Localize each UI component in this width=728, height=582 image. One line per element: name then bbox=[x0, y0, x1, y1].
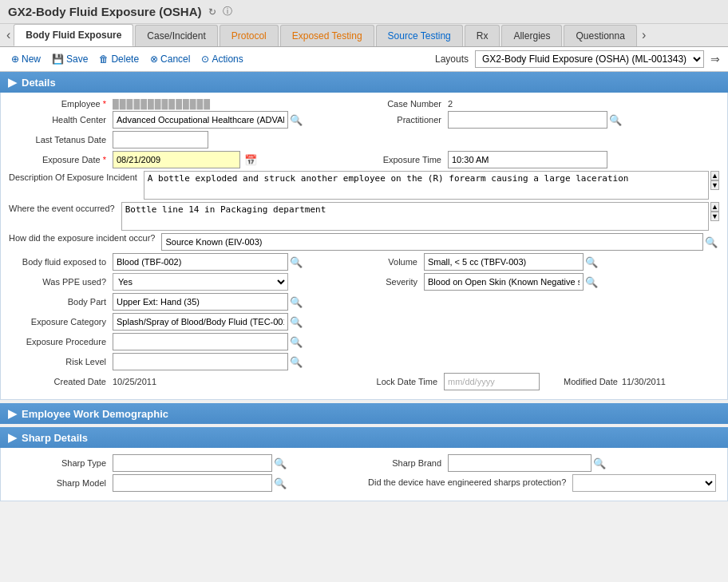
volume-search-button[interactable]: 🔍 bbox=[584, 256, 599, 268]
exposure-date-calendar-button[interactable]: 📅 bbox=[243, 154, 259, 166]
tab-protocol[interactable]: Protocol bbox=[220, 25, 279, 46]
employee-work-section-header[interactable]: ▶ Employee Work Demographic bbox=[0, 403, 728, 424]
last-tetanus-input[interactable] bbox=[113, 131, 208, 148]
employee-work-toggle-icon: ▶ bbox=[8, 407, 17, 420]
row-ppe-severity: Was PPE used? Yes No Severity 🔍 bbox=[9, 273, 719, 291]
sharp-brand-input[interactable] bbox=[448, 454, 592, 472]
save-button[interactable]: 💾 Save bbox=[49, 52, 91, 66]
risk-level-search-button[interactable]: 🔍 bbox=[288, 356, 304, 368]
where-event-scroll-down[interactable]: ▼ bbox=[710, 212, 719, 221]
refresh-icon[interactable]: ↻ bbox=[208, 6, 216, 18]
health-center-input[interactable] bbox=[113, 111, 288, 129]
volume-input[interactable] bbox=[424, 253, 584, 271]
new-button[interactable]: ⊕ New bbox=[8, 52, 44, 66]
where-event-scroll-arrows: ▲ ▼ bbox=[710, 202, 719, 231]
how-exposure-input[interactable] bbox=[161, 233, 703, 251]
details-toggle-icon: ▶ bbox=[8, 76, 17, 89]
row-employee-case: Employee * ██████████████ Case Number 2 bbox=[9, 99, 719, 109]
ppe-select[interactable]: Yes No bbox=[113, 273, 288, 291]
exposure-category-field-group: Exposure Category 🔍 bbox=[9, 313, 364, 331]
sharp-type-input[interactable] bbox=[113, 454, 272, 472]
tab-exposed-testing[interactable]: Exposed Testing bbox=[280, 25, 374, 46]
body-fluid-input[interactable] bbox=[113, 253, 288, 271]
case-number-value: 2 bbox=[448, 99, 453, 109]
sharp-details-title: Sharp Details bbox=[22, 432, 88, 444]
tab-next-arrow[interactable]: › bbox=[639, 28, 649, 42]
practitioner-label: Practitioner bbox=[368, 115, 448, 125]
employee-value: ██████████████ bbox=[113, 99, 211, 109]
where-event-textarea[interactable] bbox=[121, 202, 709, 231]
body-part-label: Body Part bbox=[9, 297, 113, 307]
sharp-details-toggle-icon: ▶ bbox=[8, 431, 17, 444]
exposure-date-input[interactable] bbox=[113, 151, 240, 168]
exposure-time-label: Exposure Time bbox=[368, 155, 448, 164]
tab-allergies[interactable]: Allergies bbox=[501, 25, 562, 46]
exposure-procedure-field-group: Exposure Procedure 🔍 bbox=[9, 333, 364, 350]
practitioner-input[interactable] bbox=[448, 111, 607, 129]
exposure-procedure-search-button[interactable]: 🔍 bbox=[288, 336, 304, 348]
row-description: Description Of Exposure Incident ▲ ▼ bbox=[9, 171, 719, 200]
employee-work-title: Employee Work Demographic bbox=[22, 408, 168, 420]
modified-date-value: 11/30/2011 bbox=[622, 377, 666, 386]
exposure-category-search-button[interactable]: 🔍 bbox=[288, 316, 304, 328]
exposure-category-label: Exposure Category bbox=[9, 317, 113, 327]
body-fluid-search-button[interactable]: 🔍 bbox=[288, 256, 304, 268]
health-center-label: Health Center bbox=[9, 115, 113, 125]
layouts-label: Layouts bbox=[435, 53, 469, 65]
employee-label: Employee * bbox=[9, 99, 113, 109]
description-scroll-up[interactable]: ▲ bbox=[710, 171, 719, 180]
sharp-details-section: ▶ Sharp Details Sharp Type 🔍 Sharp Brand… bbox=[0, 427, 728, 501]
row-exposure-category: Exposure Category 🔍 bbox=[9, 313, 719, 331]
body-part-search-button[interactable]: 🔍 bbox=[288, 296, 304, 308]
exposure-category-input[interactable] bbox=[113, 313, 288, 331]
tab-questionna[interactable]: Questionna bbox=[564, 25, 636, 46]
details-section-header[interactable]: ▶ Details bbox=[0, 72, 728, 93]
layouts-select[interactable]: GX2-Body Fluid Exposure (OSHA) (ML-00134… bbox=[475, 50, 704, 68]
tab-rx[interactable]: Rx bbox=[465, 25, 500, 46]
lock-date-input[interactable] bbox=[444, 373, 540, 390]
sharp-details-section-header[interactable]: ▶ Sharp Details bbox=[0, 427, 728, 448]
delete-button[interactable]: 🗑 Delete bbox=[96, 52, 142, 66]
sharp-type-field-group: Sharp Type 🔍 bbox=[9, 454, 360, 472]
sharp-model-search-button[interactable]: 🔍 bbox=[272, 477, 288, 489]
nav-icon[interactable]: ⇒ bbox=[710, 53, 720, 65]
practitioner-search-button[interactable]: 🔍 bbox=[607, 114, 623, 126]
details-title: Details bbox=[22, 77, 56, 89]
body-part-input[interactable] bbox=[113, 293, 288, 311]
last-tetanus-field-group: Last Tetanus Date bbox=[9, 131, 364, 148]
risk-level-input[interactable] bbox=[113, 353, 288, 370]
plus-icon: ⊕ bbox=[11, 53, 19, 65]
severity-field-group: Severity 🔍 bbox=[360, 273, 719, 291]
description-scroll-down[interactable]: ▼ bbox=[710, 180, 719, 190]
row-dates: Created Date 10/25/2011 Lock Date Time M… bbox=[9, 373, 719, 390]
exposure-procedure-input[interactable] bbox=[113, 333, 288, 350]
health-center-search-button[interactable]: 🔍 bbox=[288, 114, 304, 126]
row-where-event: Where the event occurred? ▲ ▼ bbox=[9, 202, 719, 231]
tab-source-testing[interactable]: Source Testing bbox=[376, 25, 463, 46]
empty-col bbox=[364, 131, 719, 148]
description-textarea[interactable] bbox=[144, 171, 709, 200]
exposure-date-label: Exposure Date * bbox=[9, 155, 113, 164]
how-exposure-search-button[interactable]: 🔍 bbox=[703, 233, 719, 251]
info-icon[interactable]: ⓘ bbox=[223, 5, 232, 18]
body-part-right-empty bbox=[364, 293, 719, 311]
sharp-model-input[interactable] bbox=[113, 474, 272, 492]
sharp-type-search-button[interactable]: 🔍 bbox=[272, 457, 288, 469]
tab-body-fluid-exposure[interactable]: Body Fluid Exposure bbox=[14, 24, 133, 46]
severity-search-button[interactable]: 🔍 bbox=[584, 276, 599, 288]
body-fluid-field-group: Body fluid exposed to 🔍 bbox=[9, 253, 360, 271]
health-center-field-group: Health Center 🔍 bbox=[9, 111, 360, 129]
volume-label: Volume bbox=[368, 257, 424, 267]
where-event-scroll-up[interactable]: ▲ bbox=[710, 202, 719, 212]
body-part-field-group: Body Part 🔍 bbox=[9, 293, 364, 311]
engineered-select[interactable]: Yes No bbox=[572, 474, 716, 492]
sharp-brand-label: Sharp Brand bbox=[368, 458, 448, 468]
tab-prev-arrow[interactable]: ‹ bbox=[3, 28, 14, 42]
engineered-field-group: Did the device have engineered sharps pr… bbox=[360, 474, 719, 492]
actions-button[interactable]: ⊙ Actions bbox=[198, 52, 246, 66]
tab-case-incident[interactable]: Case/Incident bbox=[135, 25, 217, 46]
cancel-button[interactable]: ⊗ Cancel bbox=[147, 52, 193, 66]
sharp-brand-search-button[interactable]: 🔍 bbox=[592, 457, 607, 469]
exposure-time-input[interactable] bbox=[448, 151, 607, 168]
severity-input[interactable] bbox=[424, 273, 584, 291]
